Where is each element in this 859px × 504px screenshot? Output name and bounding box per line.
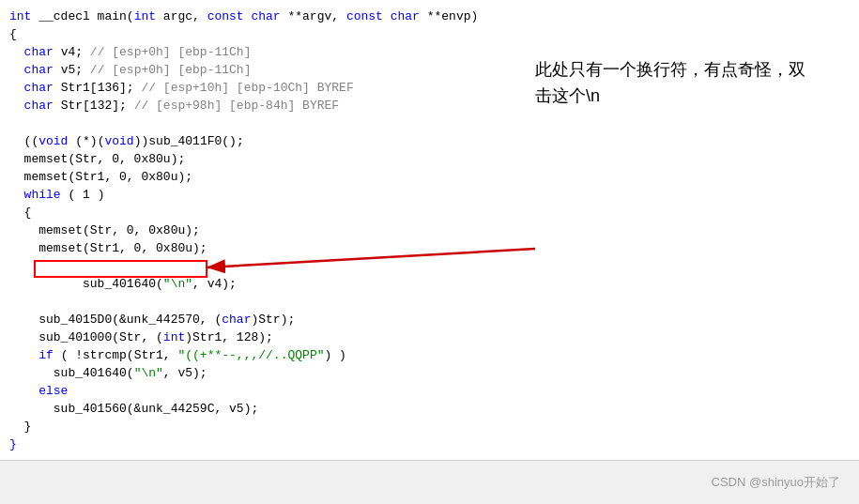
code-line-6: char Str[132]; // [esp+98h] [ebp-84h] BY… <box>9 97 516 115</box>
code-line-22: } <box>9 418 516 435</box>
code-line-18: if ( !strcmp(Str1, "((+**--,,,//..QQPP")… <box>9 346 516 364</box>
code-line-7 <box>9 115 516 132</box>
code-line-8: ((void (*)(void))sub_4011F0(); <box>9 132 516 150</box>
code-line-21: sub_401560(&unk_44259C, v5); <box>9 400 516 418</box>
code-line-10: memset(Str1, 0, 0x80u); <box>9 168 516 186</box>
code-line-14: memset(Str1, 0, 0x80u); <box>9 239 516 257</box>
code-line-23: } <box>9 435 516 453</box>
annotation-text: 此处只有一个换行符，有点奇怪，双击这个\n <box>535 56 836 109</box>
code-line-11: while ( 1 ) <box>9 186 516 204</box>
code-line-13: memset(Str, 0, 0x80u); <box>9 221 516 239</box>
code-line-1: int __cdecl main(int argc, const char **… <box>9 8 516 25</box>
code-line-16: sub_4015D0(&unk_442570, (char)Str); <box>9 311 516 328</box>
bottom-bar: CSDN @shinyuo开始了 <box>0 460 859 504</box>
code-line-9: memset(Str, 0, 0x80u); <box>9 150 516 168</box>
code-line-17: sub_401000(Str, (int)Str1, 128); <box>9 328 516 346</box>
code-line-20: else <box>9 382 516 400</box>
code-line-2: { <box>9 25 516 43</box>
code-line-5: char Str1[136]; // [esp+10h] [ebp-10Ch] … <box>9 79 516 97</box>
keyword: int <box>9 9 31 23</box>
main-container: int __cdecl main(int argc, const char **… <box>0 0 859 504</box>
code-line-12: { <box>9 204 516 221</box>
code-area: int __cdecl main(int argc, const char **… <box>0 0 526 460</box>
code-line-3: char v4; // [esp+0h] [ebp-11Ch] <box>9 43 516 61</box>
code-line-15-highlighted: sub_401640("\n", v4); <box>9 257 516 311</box>
code-line-4: char v5; // [esp+0h] [ebp-11Ch] <box>9 61 516 79</box>
watermark-text: CSDN @shinyuo开始了 <box>712 474 840 491</box>
code-line-19: sub_401640("\n", v5); <box>9 364 516 382</box>
